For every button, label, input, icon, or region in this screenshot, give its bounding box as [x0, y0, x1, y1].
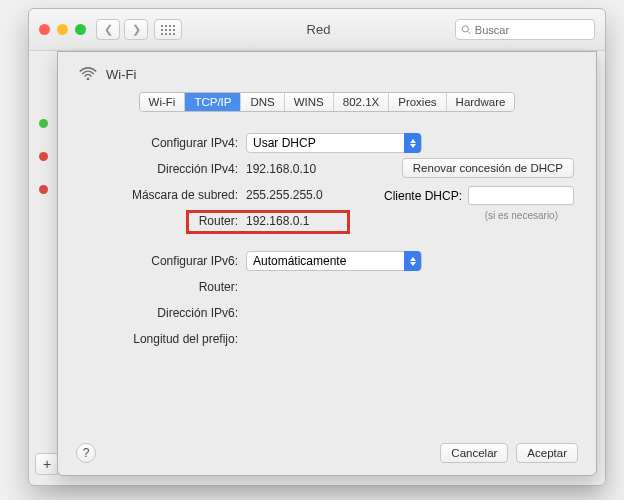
dhcp-hint: (si es necesario) [485, 210, 558, 221]
value-router: 192.168.0.1 [246, 214, 309, 228]
tabs-container: Wi-Fi TCP/IP DNS WINS 802.1X Proxies Har… [78, 92, 576, 112]
value-ipv4-address: 192.168.0.10 [246, 162, 316, 176]
svg-point-0 [462, 26, 468, 32]
dhcp-client-row: Cliente DHCP: [384, 186, 574, 205]
label-config-ipv6: Configurar IPv6: [78, 254, 246, 268]
grid-icon [161, 25, 175, 35]
label-dhcp-client: Cliente DHCP: [384, 189, 462, 203]
config-ipv6-value: Automáticamente [253, 254, 346, 268]
add-service-button[interactable]: + [35, 453, 59, 475]
config-ipv6-select[interactable]: Automáticamente [246, 251, 422, 271]
window-title: Red [182, 22, 455, 37]
nav-buttons: ❮ ❯ [96, 19, 148, 40]
search-icon [461, 24, 471, 35]
tcpip-form: Configurar IPv4: Usar DHCP Dirección IPv… [78, 130, 576, 352]
minimize-icon[interactable] [57, 24, 68, 35]
svg-point-2 [87, 78, 90, 81]
network-service-dots [39, 119, 48, 194]
chevron-updown-icon [404, 251, 421, 271]
tab-tcpip[interactable]: TCP/IP [185, 93, 241, 111]
status-dot-connected-icon [39, 119, 48, 128]
config-ipv4-select[interactable]: Usar DHCP [246, 133, 422, 153]
interface-name: Wi-Fi [106, 67, 136, 82]
tab-wifi[interactable]: Wi-Fi [140, 93, 186, 111]
advanced-sheet: Wi-Fi Wi-Fi TCP/IP DNS WINS 802.1X Proxi… [57, 51, 597, 476]
tab-proxies[interactable]: Proxies [389, 93, 446, 111]
dhcp-client-input[interactable] [468, 186, 574, 205]
label-ipv6-address: Dirección IPv6: [78, 306, 246, 320]
tab-hardware[interactable]: Hardware [447, 93, 515, 111]
tab-8021x[interactable]: 802.1X [334, 93, 389, 111]
chevron-updown-icon [404, 133, 421, 153]
window-body: + Wi-Fi Wi-Fi TCP/IP DNS [29, 51, 605, 485]
forward-button[interactable]: ❯ [124, 19, 148, 40]
close-icon[interactable] [39, 24, 50, 35]
ok-button[interactable]: Aceptar [516, 443, 578, 463]
tab-dns[interactable]: DNS [241, 93, 284, 111]
status-dot-disconnected-icon [39, 185, 48, 194]
system-preferences-window: ❮ ❯ Red + [28, 8, 606, 486]
help-button[interactable]: ? [76, 443, 96, 463]
label-config-ipv4: Configurar IPv4: [78, 136, 246, 150]
renew-dhcp-button[interactable]: Renovar concesión de DHCP [402, 158, 574, 178]
interface-header: Wi-Fi [78, 66, 576, 82]
config-ipv4-value: Usar DHCP [253, 136, 316, 150]
show-all-button[interactable] [154, 19, 182, 40]
wifi-icon [78, 66, 98, 82]
sheet-footer: ? Cancelar Aceptar [58, 443, 596, 463]
tabbar: Wi-Fi TCP/IP DNS WINS 802.1X Proxies Har… [139, 92, 516, 112]
label-router: Router: [78, 214, 246, 228]
label-subnet-mask: Máscara de subred: [78, 188, 246, 202]
label-prefix-length: Longitud del prefijo: [78, 332, 246, 346]
tab-wins[interactable]: WINS [285, 93, 334, 111]
back-button[interactable]: ❮ [96, 19, 120, 40]
status-dot-disconnected-icon [39, 152, 48, 161]
label-ipv4-address: Dirección IPv4: [78, 162, 246, 176]
titlebar: ❮ ❯ Red [29, 9, 605, 51]
svg-line-1 [468, 31, 470, 33]
search-input[interactable] [475, 24, 589, 36]
search-field[interactable] [455, 19, 595, 40]
cancel-button[interactable]: Cancelar [440, 443, 508, 463]
zoom-icon[interactable] [75, 24, 86, 35]
window-traffic-lights [39, 24, 86, 35]
value-subnet-mask: 255.255.255.0 [246, 188, 323, 202]
label-router-ipv6: Router: [78, 280, 246, 294]
